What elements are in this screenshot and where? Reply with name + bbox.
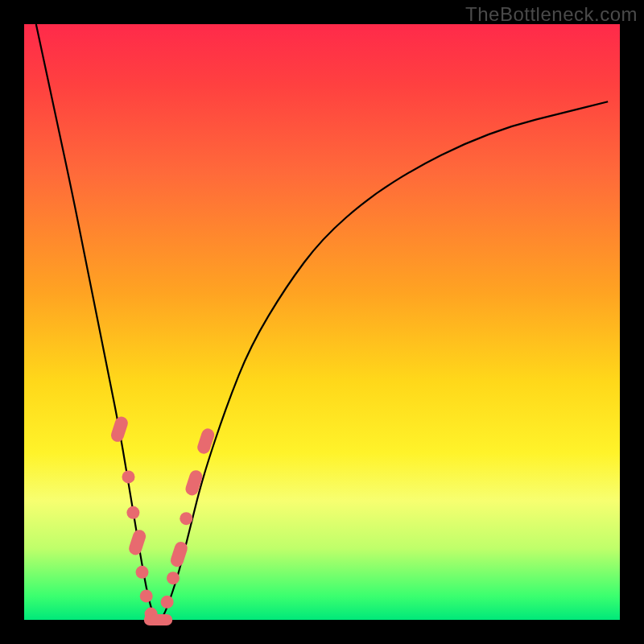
bottleneck-curve (36, 24, 608, 620)
svg-point-9 (161, 596, 174, 609)
highlight-markers (109, 415, 216, 625)
svg-point-1 (122, 470, 135, 483)
bottleneck-chart (24, 24, 620, 620)
svg-rect-0 (109, 415, 130, 444)
svg-rect-11 (169, 540, 189, 568)
svg-rect-3 (127, 528, 147, 556)
svg-point-4 (136, 566, 149, 579)
svg-point-5 (140, 589, 153, 602)
svg-point-12 (180, 512, 192, 525)
svg-point-10 (167, 572, 180, 584)
svg-point-2 (126, 506, 139, 519)
svg-rect-8 (150, 614, 172, 625)
svg-rect-14 (196, 427, 216, 455)
watermark-text: TheBottleneck.com (465, 3, 638, 26)
